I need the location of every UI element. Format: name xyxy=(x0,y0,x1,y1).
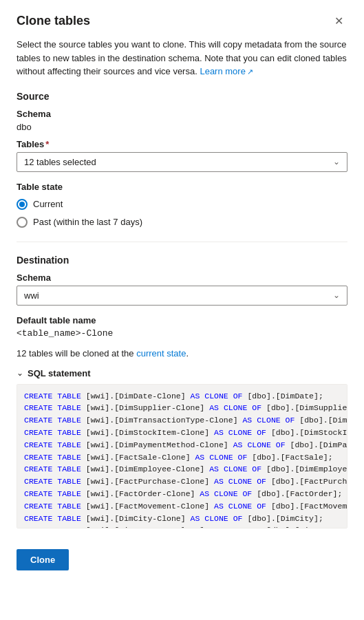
destination-section: Destination Schema wwi ⌄ Default table n… xyxy=(17,255,347,339)
sql-line-7: CREATE TABLE [wwi].[DimEmployee-Clone] A… xyxy=(24,463,340,475)
schema-field-label: Schema xyxy=(17,109,347,119)
tables-dropdown[interactable]: 12 tables selected ⌄ xyxy=(17,152,347,172)
radio-label-past: Past (within the last 7 days) xyxy=(33,217,142,227)
summary-suffix: . xyxy=(186,348,189,359)
sql-line-10: CREATE TABLE [wwi].[FactMovement-Clone] … xyxy=(24,500,340,513)
radio-circle-current xyxy=(17,199,28,210)
sql-line-1: CREATE TABLE [wwi].[DimDate-Clone] AS CL… xyxy=(24,390,340,403)
dialog-header: Clone tables ✕ xyxy=(17,14,347,28)
dest-schema-dropdown[interactable]: wwi ⌄ xyxy=(17,286,347,306)
required-marker: * xyxy=(45,139,49,149)
sql-section: ⌄ SQL statement CREATE TABLE [wwi].[DimD… xyxy=(17,368,347,528)
radio-past[interactable]: Past (within the last 7 days) xyxy=(17,217,347,228)
learn-more-link[interactable]: Learn more↗ xyxy=(200,66,253,76)
schema-field-value: dbo xyxy=(17,122,347,132)
chevron-down-icon: ⌄ xyxy=(17,368,23,378)
radio-label-current: Current xyxy=(33,199,63,209)
sql-line-3: CREATE TABLE [wwi].[DimTransactionType-C… xyxy=(24,414,340,427)
summary-prefix: 12 tables will be cloned at the xyxy=(17,348,136,359)
sql-statement-box[interactable]: CREATE TABLE [wwi].[DimDate-Clone] AS CL… xyxy=(17,384,347,528)
clone-button[interactable]: Clone xyxy=(17,549,69,570)
source-section: Source Schema dbo Tables* 12 tables sele… xyxy=(17,91,347,172)
table-state-label: Table state xyxy=(17,182,347,192)
close-button[interactable]: ✕ xyxy=(330,14,347,28)
sql-line-9: CREATE TABLE [wwi].[FactOrder-Clone] AS … xyxy=(24,488,340,500)
description-body: Select the source tables you want to clo… xyxy=(17,39,347,76)
default-table-name-label: Default table name xyxy=(17,315,347,325)
sql-toggle[interactable]: ⌄ SQL statement xyxy=(17,368,347,378)
sql-line-2: CREATE TABLE [wwi].[DimSupplier-Clone] A… xyxy=(24,402,340,414)
source-section-label: Source xyxy=(17,91,347,102)
radio-circle-past xyxy=(17,217,28,228)
summary-highlight: current state xyxy=(136,348,186,359)
dialog-title: Clone tables xyxy=(17,14,90,28)
sql-section-label: SQL statement xyxy=(28,368,91,378)
section-divider xyxy=(17,242,347,242)
dest-schema-label: Schema xyxy=(17,272,347,283)
destination-section-label: Destination xyxy=(17,255,347,266)
dialog-footer: Clone xyxy=(17,538,347,570)
table-state-radio-group: Current Past (within the last 7 days) xyxy=(17,199,347,228)
tables-field-label: Tables* xyxy=(17,139,347,149)
clone-summary: 12 tables will be cloned at the current … xyxy=(17,348,347,359)
description-text: Select the source tables you want to clo… xyxy=(17,38,347,78)
sql-line-5: CREATE TABLE [wwi].[DimPaymentMethod-Clo… xyxy=(24,439,340,451)
sql-line-11: CREATE TABLE [wwi].[DimCity-Clone] AS CL… xyxy=(24,513,340,525)
sql-line-12: CREATE TABLE [wwi].[DimCustomer-Clone] A… xyxy=(24,524,340,528)
clone-tables-dialog: Clone tables ✕ Select the source tables … xyxy=(0,0,364,620)
sql-line-8: CREATE TABLE [wwi].[FactPurchase-Clone] … xyxy=(24,475,340,488)
dest-schema-value: wwi xyxy=(24,290,39,301)
default-table-name-value: <table_name>-Clone xyxy=(17,328,347,339)
radio-current[interactable]: Current xyxy=(17,199,347,210)
chevron-down-icon: ⌄ xyxy=(333,157,340,167)
external-link-icon: ↗ xyxy=(247,66,253,78)
dest-chevron-down-icon: ⌄ xyxy=(333,290,340,300)
table-state-section: Table state Current Past (within the las… xyxy=(17,182,347,228)
sql-line-6: CREATE TABLE [wwi].[FactSale-Clone] AS C… xyxy=(24,451,340,464)
tables-dropdown-text: 12 tables selected xyxy=(24,157,96,167)
sql-line-4: CREATE TABLE [wwi].[DimStockItem-Clone] … xyxy=(24,427,340,439)
